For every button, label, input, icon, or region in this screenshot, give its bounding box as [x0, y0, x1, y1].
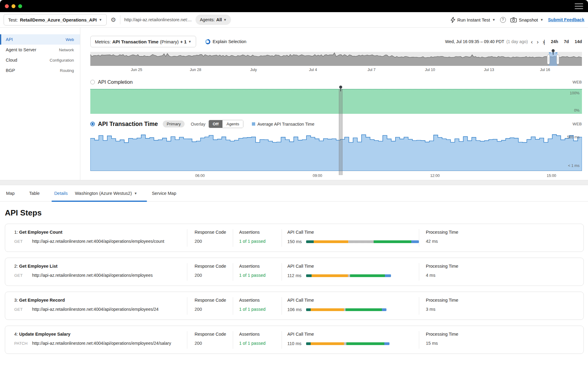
- assertions-value: 1 of 1 passed: [239, 307, 282, 312]
- prev-round-button[interactable]: ‹: [530, 39, 533, 45]
- tab-service-map[interactable]: Service Map: [152, 191, 176, 196]
- run-instant-test-label: Run Instant Test: [457, 17, 490, 22]
- history-timeline-area: [90, 52, 582, 66]
- tab-map[interactable]: Map: [6, 191, 15, 196]
- chevron-down-icon: ▼: [188, 40, 192, 43]
- api-transaction-chart[interactable]: 565 ms < 1 ms: [90, 132, 582, 171]
- request-url: http://api-az.retailonlinestore.net:4004…: [32, 341, 171, 346]
- http-method: GET: [14, 307, 28, 312]
- snapshot-button[interactable]: Snapshot ▼: [509, 16, 545, 24]
- tab-details[interactable]: Details: [54, 191, 68, 196]
- test-url: http://api-az.retailonlinestore.net:...: [124, 17, 192, 22]
- submit-feedback-link[interactable]: Submit Feedback: [548, 17, 584, 22]
- api-completion-chart[interactable]: 100% 0%: [90, 89, 582, 114]
- assertions-value: 1 of 1 passed: [239, 239, 282, 244]
- api-completion-radio[interactable]: [90, 80, 95, 84]
- time-selection-band[interactable]: [339, 89, 342, 175]
- metric-qualifier: (Primary): [160, 39, 179, 44]
- api-call-time-value: 106 ms: [287, 307, 302, 312]
- test-selector[interactable]: Test: RetailDemo_Azure_Operations_API ▼: [4, 14, 107, 25]
- history-timeline-chart[interactable]: [90, 52, 582, 66]
- response-code-value: 200: [195, 239, 233, 244]
- location-dropdown[interactable]: Washington (Azure Westus2) ▼: [75, 191, 137, 196]
- response-code-label: Response Code: [195, 332, 233, 337]
- api-call-time-label: API Call Time: [287, 264, 419, 269]
- agents-filter[interactable]: Agents: All ▼: [195, 15, 231, 25]
- overlay-toggle[interactable]: Off Agents: [209, 120, 244, 128]
- main-area: API Web Agent to Server Network Cloud Co…: [0, 28, 588, 180]
- range-7d-button[interactable]: 7d: [564, 39, 569, 44]
- assertions-label: Assertions: [239, 264, 282, 269]
- latest-round-button[interactable]: ›|: [542, 39, 545, 45]
- step-index: 1:: [14, 230, 18, 235]
- tab-table[interactable]: Table: [29, 191, 40, 196]
- timebrush-right-handle[interactable]: [556, 55, 559, 64]
- processing-time-label: Processing Time: [426, 332, 583, 337]
- timeline-tick: Jul 13: [484, 68, 494, 72]
- overlay-toggle-off[interactable]: Off: [209, 120, 223, 128]
- view-tabs: Map Table Details Washington (Azure West…: [0, 185, 588, 202]
- range-24h-button[interactable]: 24h: [551, 39, 558, 44]
- api-call-time-value: 112 ms: [287, 273, 302, 278]
- response-code-col: Response Code 200: [187, 224, 233, 252]
- assertions-col: Assertions 1 of 1 passed: [233, 326, 282, 354]
- overlay-toggle-agents[interactable]: Agents: [222, 120, 243, 128]
- processing-time-value: 15 ms: [426, 341, 583, 346]
- next-round-button[interactable]: ›: [536, 39, 540, 45]
- assertions-col: Assertions 1 of 1 passed: [233, 224, 282, 252]
- processing-time-col: Processing Time 3 ms: [419, 292, 583, 320]
- test-label: Test:: [8, 17, 18, 22]
- assertions-col: Assertions 1 of 1 passed: [233, 258, 282, 286]
- help-icon[interactable]: ?: [500, 17, 506, 23]
- processing-time-col: Processing Time 15 ms: [419, 326, 583, 354]
- maximize-window-dot[interactable]: [18, 4, 22, 8]
- step-card-2[interactable]: 2: Get Employee List GEThttp://api-az.re…: [5, 258, 584, 286]
- legend-swatch-icon: [252, 122, 255, 126]
- api-call-time-label: API Call Time: [287, 230, 419, 235]
- location-label: Washington (Azure Westus2): [75, 191, 132, 196]
- web-layer-label: WEB: [573, 80, 582, 84]
- timeline-axis: Jun 25 Jun 28 July Jul 4 Jul 7 Jul 10 Ju…: [90, 66, 582, 73]
- tx-legend-label: Average API Transaction Time: [257, 122, 314, 127]
- timebrush-left-handle[interactable]: [547, 55, 550, 64]
- response-code-label: Response Code: [195, 298, 233, 303]
- tx-ymin-label: < 1 ms: [568, 164, 580, 168]
- api-transaction-radio[interactable]: [90, 122, 95, 126]
- menu-icon[interactable]: [575, 3, 583, 9]
- toolbar-right-tools: Run Instant Test ▼ ? Snapshot ▼ Submit F…: [449, 16, 584, 24]
- timebrush-selection[interactable]: [549, 53, 557, 66]
- response-code-label: Response Code: [195, 264, 233, 269]
- http-method: GET: [14, 273, 28, 278]
- tx-time-axis: 06:00 09:00 12:00 15:00: [90, 171, 582, 180]
- metrics-selector[interactable]: Metrics: API Transaction Time (Primary) …: [90, 36, 196, 47]
- minimize-window-dot[interactable]: [12, 4, 15, 8]
- timeline-tick: Jul 7: [368, 68, 376, 72]
- step-card-3[interactable]: 3: Get Employee Record GEThttp://api-az.…: [5, 292, 584, 320]
- step-card-4[interactable]: 4: Update Employee Salary PATCHhttp://ap…: [5, 326, 584, 354]
- step-info: 2: Get Employee List GEThttp://api-az.re…: [5, 258, 187, 286]
- processing-time-label: Processing Time: [426, 264, 583, 269]
- app-toolbar: Test: RetailDemo_Azure_Operations_API ▼ …: [0, 12, 588, 28]
- assertions-label: Assertions: [239, 230, 282, 235]
- response-code-col: Response Code 200: [187, 292, 233, 320]
- explain-selection-button[interactable]: Explain Selection: [205, 39, 246, 44]
- run-instant-test-button[interactable]: Run Instant Test ▼: [449, 16, 497, 24]
- api-steps-section: API Steps 1: Get Employee Count GEThttp:…: [0, 202, 588, 354]
- timeline-pin-icon: [552, 49, 555, 55]
- active-tab-underline: [52, 201, 147, 202]
- processing-time-col: Processing Time 42 ms: [419, 224, 583, 252]
- gear-icon[interactable]: ⚙: [111, 17, 116, 23]
- request-url: http://api-az.retailonlinestore.net:4004…: [32, 239, 164, 244]
- sidebar-item-agent-to-server[interactable]: Agent to Server Network: [0, 45, 80, 55]
- sidebar-item-api[interactable]: API Web: [0, 34, 80, 45]
- api-call-time-bar: [306, 240, 419, 243]
- close-window-dot[interactable]: [5, 4, 9, 8]
- response-code-col: Response Code 200: [187, 326, 233, 354]
- sidebar-item-bgp[interactable]: BGP Routing: [0, 65, 80, 76]
- api-call-time-col: API Call Time 112 ms: [282, 258, 419, 286]
- step-card-1[interactable]: 1: Get Employee Count GEThttp://api-az.r…: [5, 224, 584, 252]
- range-14d-button[interactable]: 14d: [575, 39, 582, 44]
- sidebar-item-cloud[interactable]: Cloud Configuration: [0, 55, 80, 65]
- http-method: GET: [14, 239, 28, 244]
- api-completion-header: API Completion WEB: [90, 79, 582, 85]
